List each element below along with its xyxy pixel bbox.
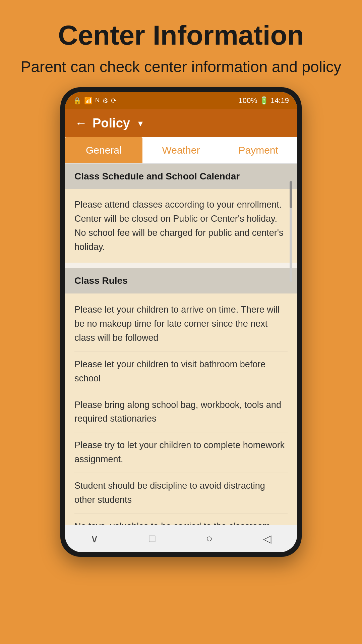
status-right-info: 100% 🔋 14:19 — [238, 96, 289, 105]
header-title: Policy — [93, 116, 130, 130]
battery-status: 100% — [238, 96, 257, 105]
section-schedule-text: Please attend classes according to your … — [74, 198, 288, 254]
section-schedule-title: Class Schedule and School Calendar — [74, 171, 240, 181]
rule-item-5: Student should be discipline to avoid di… — [74, 473, 288, 514]
lock-icon: 🔒 — [73, 97, 81, 105]
nav-circle-icon[interactable]: ○ — [206, 532, 213, 545]
rule-item-1: Please let your children to arrive on ti… — [74, 297, 288, 352]
tab-bar: General Weather Payment — [65, 137, 297, 164]
time-display: 14:19 — [270, 96, 289, 105]
rule-item-4: Please try to let your children to compl… — [74, 432, 288, 473]
tab-payment[interactable]: Payment — [220, 137, 297, 163]
rule-item-3: Please bring along school bag, workbook,… — [74, 392, 288, 433]
content-area: Class Schedule and School Calendar Pleas… — [65, 164, 297, 525]
dropdown-icon[interactable]: ▾ — [138, 118, 143, 129]
battery-icon: 🔋 — [259, 96, 270, 105]
phone-screen: 🔒 📶 N ⚙ ⟳ 100% 🔋 14:19 ← Policy ▾ Genera… — [65, 92, 297, 552]
back-button[interactable]: ← — [75, 116, 87, 130]
tab-general[interactable]: General — [65, 137, 142, 163]
section-schedule-header: Class Schedule and School Calendar — [65, 164, 297, 189]
rule-item-6: No toys, valuables to be carried to the … — [74, 514, 288, 525]
rules-body: Please let your children to arrive on ti… — [65, 293, 297, 525]
rule-item-2: Please let your children to visit bathro… — [74, 352, 288, 392]
nav-square-icon[interactable]: □ — [149, 532, 155, 545]
wifi-icon: 📶 — [84, 97, 93, 105]
section-rules-header: Class Rules — [65, 268, 297, 293]
section-schedule-body: Please attend classes according to your … — [65, 189, 297, 263]
signal-icon: N — [95, 97, 100, 104]
section-rules-title: Class Rules — [74, 275, 128, 286]
status-bar: 🔒 📶 N ⚙ ⟳ 100% 🔋 14:19 — [65, 92, 297, 109]
scrollbar-thumb — [290, 181, 292, 208]
nav-back-icon[interactable]: ◁ — [263, 532, 272, 545]
section-class-rules: Class Rules Please let your children to … — [65, 268, 297, 525]
scrollbar-track[interactable] — [290, 181, 292, 282]
sync-icon: ⟳ — [111, 97, 117, 105]
settings-icon: ⚙ — [102, 97, 108, 105]
app-header: ← Policy ▾ — [65, 109, 297, 137]
nav-bar: ∨ □ ○ ◁ — [65, 525, 297, 552]
phone-device: 🔒 📶 N ⚙ ⟳ 100% 🔋 14:19 ← Policy ▾ Genera… — [60, 87, 302, 557]
page-subtitle: Parent can check center information and … — [21, 57, 341, 77]
section-class-schedule: Class Schedule and School Calendar Pleas… — [65, 164, 297, 263]
status-left-icons: 🔒 📶 N ⚙ ⟳ — [73, 97, 117, 105]
page-title: Center Information — [21, 20, 341, 50]
nav-down-icon[interactable]: ∨ — [90, 532, 98, 545]
tab-weather[interactable]: Weather — [142, 137, 220, 163]
page-header: Center Information Parent can check cent… — [1, 0, 361, 87]
